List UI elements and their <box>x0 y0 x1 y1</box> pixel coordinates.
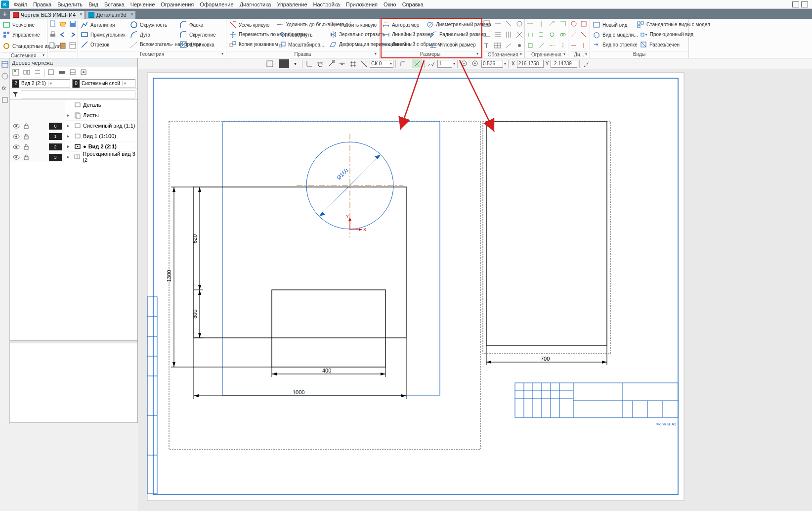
auxline-button[interactable]: Вспомогатель- ная прямая <box>129 40 178 49</box>
note-icon[interactable] <box>494 20 503 29</box>
tree-tool-icon[interactable] <box>69 68 78 77</box>
table-icon[interactable] <box>494 42 503 50</box>
close-tab-icon[interactable]: ✕ <box>79 12 83 17</box>
dropdown-icon[interactable]: ▾ <box>221 51 223 56</box>
section-button[interactable]: Разрез/сечен <box>639 40 687 49</box>
new-tab-button[interactable]: + <box>1 10 9 19</box>
y-field[interactable]: -2.14239 <box>551 60 577 68</box>
autodim-button[interactable]: Авторазмер <box>381 20 425 30</box>
lock-icon[interactable] <box>23 133 30 140</box>
menu-insert[interactable]: Вставка <box>101 1 128 7</box>
diag-icon[interactable] <box>580 20 589 29</box>
tree-node-view[interactable]: ▸Проекционный вид 3 (2 <box>65 152 137 162</box>
tree-tool-icon[interactable] <box>58 68 67 77</box>
dropdown-icon[interactable]: ▾ <box>520 52 522 56</box>
params-tab-icon[interactable] <box>1 72 9 80</box>
tree-tool-icon[interactable] <box>47 68 56 77</box>
expand-icon[interactable]: ▸ <box>67 134 72 139</box>
eye-icon[interactable] <box>13 133 20 140</box>
constraint-icon[interactable] <box>559 20 568 29</box>
constraint-icon[interactable] <box>526 42 535 50</box>
diag-icon[interactable] <box>570 42 579 50</box>
cs-combo[interactable]: СК 0▾ <box>370 60 393 68</box>
menu-apps[interactable]: Приложения <box>343 1 381 7</box>
print-icon[interactable] <box>49 31 58 40</box>
snap-perp-icon[interactable] <box>304 59 314 68</box>
mirror-button[interactable]: Зеркально отразить <box>328 30 378 40</box>
split-button[interactable]: Разбить кривую <box>330 20 378 30</box>
constraint-icon[interactable] <box>548 42 557 50</box>
snap-tan-icon[interactable] <box>315 59 325 68</box>
radial-dim-button[interactable]: Радиальный размер <box>428 30 483 40</box>
eye-icon[interactable] <box>13 123 20 130</box>
trim-button[interactable]: Усечь кривую <box>228 20 275 30</box>
tree-node-view[interactable]: ▸Системный вид (1:1) <box>65 121 137 131</box>
close-tab-icon[interactable]: ✕ <box>130 12 134 17</box>
zoom-in-icon[interactable] <box>470 59 480 68</box>
layout-single-icon[interactable] <box>792 1 799 7</box>
chamfer-button[interactable]: Фаска <box>178 20 223 30</box>
step-field[interactable]: 1 <box>437 60 452 68</box>
redo-icon[interactable] <box>69 31 78 40</box>
tree-tool-icon[interactable] <box>34 68 43 77</box>
menu-edit[interactable]: Правка <box>30 1 54 7</box>
note-icon[interactable] <box>515 31 524 40</box>
dropdown-icon[interactable]: ▾ <box>476 51 478 56</box>
menu-layout[interactable]: Оформление <box>197 1 236 7</box>
doc-tab-drawing[interactable]: Чертеж БЕЗ ИМЕНИ4 ✕ <box>10 11 85 19</box>
grid-icon[interactable] <box>265 59 275 68</box>
angular-dim-button[interactable]: Угловой размер <box>428 40 479 49</box>
menu-drafting[interactable]: Черчение <box>128 1 158 7</box>
ortho-toggle[interactable] <box>412 59 422 68</box>
layer-combo[interactable]: 0 Системный слой ▾ <box>72 79 135 88</box>
constraint-icon[interactable] <box>526 31 535 40</box>
mode-stdparts-button[interactable]: Стандартные изделия <box>1 40 45 52</box>
rectangle-button[interactable]: Прямоугольник <box>80 30 129 40</box>
tree-tab-icon[interactable] <box>1 60 9 68</box>
doc-tab-part[interactable]: Деталь.m3d ✕ <box>85 11 135 19</box>
constraint-icon[interactable] <box>537 42 546 50</box>
expand-icon[interactable]: ▸ <box>67 113 72 118</box>
extend-button[interactable]: Удлинить до ближайшего о... <box>275 20 330 30</box>
eyedrop-icon[interactable] <box>582 59 592 68</box>
autoline-button[interactable]: Автолиния <box>80 20 129 30</box>
step-icon[interactable] <box>427 59 436 68</box>
snap-end-icon[interactable] <box>326 59 336 68</box>
diag-icon[interactable] <box>570 20 579 29</box>
scale-button[interactable]: Масштабиров... <box>277 40 328 49</box>
menu-help[interactable]: Справка <box>399 1 427 7</box>
menu-diagnostics[interactable]: Диагностика <box>237 1 274 7</box>
lock-icon[interactable] <box>23 154 30 161</box>
tree-tool-icon[interactable] <box>23 68 32 77</box>
eye-icon[interactable] <box>13 154 20 161</box>
tree-node-view[interactable]: ▸Вид 1 (1:100) <box>65 131 137 141</box>
scale-field[interactable]: 0.536 <box>481 60 503 68</box>
arc-button[interactable]: Дуга <box>129 30 178 40</box>
menu-settings[interactable]: Настройка <box>310 1 343 7</box>
constraint-icon[interactable] <box>548 20 557 29</box>
move-button[interactable]: Переместить по координатам <box>228 30 277 40</box>
note-icon[interactable] <box>483 31 492 40</box>
note-icon[interactable] <box>515 42 524 50</box>
fillet-button[interactable]: Скругление <box>178 30 223 40</box>
segment-button[interactable]: Отрезок <box>80 40 129 49</box>
constraint-icon[interactable] <box>548 31 557 40</box>
snap-mid-icon[interactable] <box>337 59 347 68</box>
mode-drafting-button[interactable]: Черчение <box>1 20 45 30</box>
model-view-button[interactable]: Вид с модели... <box>592 30 639 40</box>
dropdown-icon[interactable]: ▾ <box>43 53 44 57</box>
filter-icon[interactable] <box>12 91 19 98</box>
filter-input[interactable] <box>21 91 135 98</box>
text-icon[interactable]: T <box>483 42 492 50</box>
arrow-view-button[interactable]: Вид по стрелке <box>592 40 639 49</box>
expand-icon[interactable]: ▸ <box>67 144 72 149</box>
diameter-dim-button[interactable]: Диаметральный размер <box>425 20 479 30</box>
lock-icon[interactable] <box>23 123 30 130</box>
layout-split-icon[interactable] <box>801 1 808 7</box>
note-icon[interactable] <box>515 20 524 29</box>
note-icon[interactable] <box>505 20 513 29</box>
copy-icon[interactable] <box>49 42 58 50</box>
tree-node-view-active[interactable]: ▸● Вид 2 (2:1) <box>65 141 137 152</box>
menu-view[interactable]: Вид <box>85 1 101 7</box>
eye-icon[interactable] <box>13 143 20 150</box>
